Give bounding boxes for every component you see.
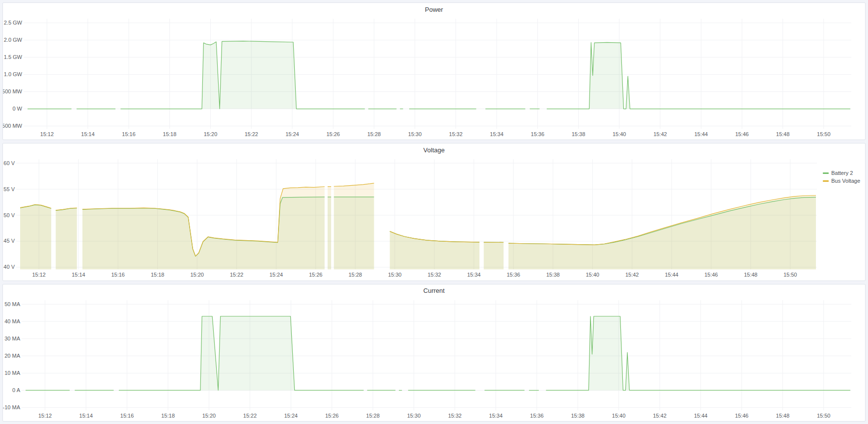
svg-text:15:20: 15:20 (202, 413, 216, 419)
svg-text:2.5 GW: 2.5 GW (4, 20, 23, 26)
svg-text:15:22: 15:22 (245, 131, 258, 137)
battery-2-series-swatch-icon (823, 172, 829, 174)
svg-text:15:32: 15:32 (427, 272, 441, 278)
svg-text:15:18: 15:18 (163, 131, 177, 137)
svg-text:15:34: 15:34 (467, 272, 481, 278)
svg-text:-10 MA: -10 MA (3, 404, 21, 410)
svg-text:15:30: 15:30 (408, 131, 422, 137)
svg-text:15:12: 15:12 (32, 272, 46, 278)
svg-text:15:42: 15:42 (653, 131, 667, 137)
svg-text:15:20: 15:20 (204, 131, 218, 137)
legend-item-bus-voltage[interactable]: Bus Voltage (823, 178, 860, 184)
svg-text:15:32: 15:32 (449, 131, 463, 137)
legend-label-bus-voltage: Bus Voltage (831, 178, 860, 184)
legend-label-battery-2: Battery 2 (831, 170, 853, 176)
svg-text:15:14: 15:14 (79, 413, 93, 419)
panel-current: Current 50 MA40 MA30 MA20 MA10 MA0 A-10 … (2, 284, 866, 422)
power-chart-area: 2.5 GW2.0 GW1.5 GW1.0 GW500 MW0 W-500 MW… (3, 16, 865, 140)
svg-text:15:30: 15:30 (407, 413, 421, 419)
power-plot[interactable]: 2.5 GW2.0 GW1.5 GW1.0 GW500 MW0 W-500 MW… (3, 16, 865, 140)
svg-text:15:24: 15:24 (269, 272, 283, 278)
svg-text:15:24: 15:24 (284, 413, 298, 419)
svg-text:15:44: 15:44 (694, 131, 708, 137)
svg-text:15:26: 15:26 (309, 272, 323, 278)
svg-text:15:26: 15:26 (326, 131, 340, 137)
svg-text:0 A: 0 A (12, 387, 21, 393)
svg-text:20 MA: 20 MA (4, 353, 20, 359)
svg-text:10 MA: 10 MA (4, 370, 20, 376)
svg-text:15:36: 15:36 (506, 272, 520, 278)
voltage-legend: Battery 2 Bus Voltage (823, 170, 860, 184)
svg-text:500 MW: 500 MW (3, 88, 23, 94)
voltage-chart-area: 60 V55 V50 V45 V40 V15:1215:1415:1615:18… (3, 156, 865, 280)
svg-text:15:36: 15:36 (531, 131, 545, 137)
current-chart-area: 50 MA40 MA30 MA20 MA10 MA0 A-10 MA15:121… (3, 297, 865, 421)
svg-text:15:30: 15:30 (388, 272, 402, 278)
current-plot[interactable]: 50 MA40 MA30 MA20 MA10 MA0 A-10 MA15:121… (3, 297, 865, 421)
svg-text:60 V: 60 V (3, 160, 15, 166)
svg-text:15:16: 15:16 (122, 131, 136, 137)
svg-text:15:44: 15:44 (694, 413, 708, 419)
svg-text:15:12: 15:12 (40, 131, 54, 137)
svg-text:15:46: 15:46 (704, 272, 718, 278)
svg-text:15:28: 15:28 (348, 272, 362, 278)
svg-text:15:34: 15:34 (489, 413, 503, 419)
svg-text:1.0 GW: 1.0 GW (4, 71, 23, 77)
panel-voltage: Voltage 60 V55 V50 V45 V40 V15:1215:1415… (2, 143, 866, 281)
svg-text:15:16: 15:16 (111, 272, 125, 278)
svg-text:15:32: 15:32 (448, 413, 462, 419)
svg-text:40 V: 40 V (3, 264, 15, 270)
svg-text:15:48: 15:48 (744, 272, 757, 278)
panel-voltage-title[interactable]: Voltage (3, 143, 865, 156)
panel-power: Power 2.5 GW2.0 GW1.5 GW1.0 GW500 MW0 W-… (2, 2, 866, 140)
svg-text:50 V: 50 V (3, 212, 15, 218)
svg-text:15:20: 15:20 (190, 272, 204, 278)
svg-text:15:14: 15:14 (72, 272, 85, 278)
svg-text:55 V: 55 V (3, 186, 15, 192)
panel-power-title[interactable]: Power (3, 3, 865, 16)
svg-text:0 W: 0 W (12, 106, 22, 112)
svg-text:15:34: 15:34 (490, 131, 504, 137)
voltage-plot[interactable]: 60 V55 V50 V45 V40 V15:1215:1415:1615:18… (3, 156, 865, 280)
svg-text:15:18: 15:18 (161, 413, 175, 419)
svg-text:15:46: 15:46 (735, 413, 749, 419)
svg-text:2.0 GW: 2.0 GW (4, 37, 23, 43)
svg-text:15:12: 15:12 (38, 413, 52, 419)
bus-voltage-series-swatch-icon (823, 180, 829, 182)
legend-item-battery-2[interactable]: Battery 2 (823, 170, 853, 176)
svg-text:15:38: 15:38 (546, 272, 560, 278)
svg-text:15:48: 15:48 (776, 131, 790, 137)
svg-text:15:18: 15:18 (151, 272, 165, 278)
svg-text:50 MA: 50 MA (4, 301, 20, 307)
svg-text:15:46: 15:46 (735, 131, 749, 137)
svg-text:15:24: 15:24 (285, 131, 299, 137)
svg-text:15:40: 15:40 (586, 272, 599, 278)
svg-text:15:44: 15:44 (665, 272, 678, 278)
svg-text:15:28: 15:28 (367, 131, 381, 137)
svg-text:15:50: 15:50 (817, 413, 831, 419)
svg-text:30 MA: 30 MA (4, 336, 20, 341)
svg-text:15:14: 15:14 (81, 131, 95, 137)
svg-text:15:36: 15:36 (530, 413, 544, 419)
svg-text:15:38: 15:38 (572, 131, 586, 137)
svg-text:15:50: 15:50 (817, 131, 831, 137)
svg-text:15:42: 15:42 (625, 272, 639, 278)
svg-text:45 V: 45 V (3, 238, 15, 244)
svg-text:15:48: 15:48 (776, 413, 790, 419)
svg-text:-500 MW: -500 MW (3, 123, 23, 129)
svg-text:15:22: 15:22 (243, 413, 257, 419)
svg-text:15:38: 15:38 (571, 413, 585, 419)
svg-text:15:26: 15:26 (325, 413, 339, 419)
svg-text:15:28: 15:28 (366, 413, 380, 419)
grafana-dashboard: Power 2.5 GW2.0 GW1.5 GW1.0 GW500 MW0 W-… (0, 0, 868, 424)
svg-text:40 MA: 40 MA (4, 318, 20, 324)
svg-text:15:22: 15:22 (230, 272, 244, 278)
svg-text:15:40: 15:40 (613, 131, 626, 137)
svg-text:1.5 GW: 1.5 GW (4, 54, 23, 60)
svg-text:15:42: 15:42 (653, 413, 667, 419)
panel-current-title[interactable]: Current (3, 284, 865, 297)
svg-text:15:40: 15:40 (612, 413, 626, 419)
svg-text:15:16: 15:16 (120, 413, 134, 419)
svg-text:15:50: 15:50 (784, 272, 797, 278)
